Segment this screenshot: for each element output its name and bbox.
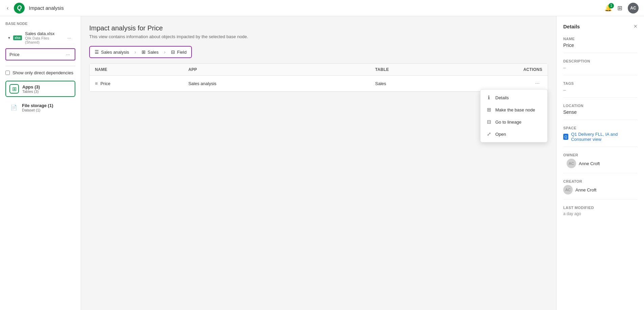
divider xyxy=(5,66,75,66)
row-app: Sales analysis xyxy=(188,81,375,86)
price-tag: Price ··· xyxy=(5,48,75,60)
context-menu: ℹ Details ⊞ Make the base node ⊟ Go to l… xyxy=(480,89,548,143)
detail-name-section: Name Price xyxy=(563,37,637,53)
apps-grid-button[interactable]: ⊞ xyxy=(617,4,622,12)
topbar-right: 🔔 1 ⊞ AC xyxy=(604,3,639,14)
details-title: Details xyxy=(563,24,580,29)
file-name: Sales data.xlsx xyxy=(25,31,63,36)
breadcrumb-sales-analysis[interactable]: ☰ Sales analysis xyxy=(90,47,134,57)
menu-item-open[interactable]: ⤢ Open xyxy=(480,128,547,140)
menu-item-lineage[interactable]: ⊟ Go to lineage xyxy=(480,116,547,128)
space-icon: Q xyxy=(563,134,568,140)
xlsx-icon: xlsx xyxy=(13,33,22,43)
file-storage-sub: Dataset (1) xyxy=(22,108,72,112)
menu-item-details[interactable]: ℹ Details xyxy=(480,92,547,104)
apps-info: Apps (3) Tables (3) xyxy=(22,84,71,94)
impact-analysis-title: Impact analysis for Price xyxy=(89,24,548,32)
description-label: Description xyxy=(563,59,637,63)
detail-last-modified-section: Last modified a day ago xyxy=(563,206,637,221)
expand-icon[interactable]: ▾ xyxy=(8,35,10,40)
detail-description-section: Description – xyxy=(563,59,637,75)
direct-deps-checkbox-row[interactable]: Show only direct dependencies xyxy=(5,70,75,75)
menu-item-open-label: Open xyxy=(495,132,506,137)
notification-badge: 1 xyxy=(609,3,614,8)
col-name: Name xyxy=(95,67,188,72)
tags-label: Tags xyxy=(563,81,637,85)
menu-item-details-label: Details xyxy=(495,95,509,100)
apps-name: Apps xyxy=(22,84,33,89)
price-label: Price xyxy=(9,52,20,57)
space-label: Space xyxy=(563,126,637,130)
row-name: ≡ Price xyxy=(95,81,188,86)
base-node-label: Base node xyxy=(5,22,75,26)
owner-label: Owner xyxy=(563,153,637,157)
description-value: – xyxy=(563,65,637,70)
space-row: Q Q1 Delivery FLL, IA and Consumer view xyxy=(563,132,637,142)
file-sub: Qlik Data Files (Shared) xyxy=(25,36,63,44)
breadcrumb-sep-2: › xyxy=(163,49,166,55)
creator-row: AC Anne Croft xyxy=(563,185,637,195)
tags-value: – xyxy=(563,87,637,93)
price-menu-button[interactable]: ··· xyxy=(65,51,71,58)
apps-dep-item[interactable]: ⊞ Apps (3) Tables (3) xyxy=(5,81,75,97)
space-icon-inner: Q xyxy=(565,135,567,139)
owner-row: → AC Anne Croft xyxy=(563,159,637,168)
row-field-icon: ≡ xyxy=(95,81,98,86)
creator-avatar: AC xyxy=(563,185,573,195)
qlik-logo: Q xyxy=(14,3,25,14)
qlik-q-icon: Q xyxy=(17,4,22,11)
sales-analysis-icon: ☰ xyxy=(95,49,99,55)
breadcrumb-sales[interactable]: ⊞ Sales xyxy=(137,47,164,57)
topbar: ‹ Q Impact analysis 🔔 1 ⊞ AC xyxy=(0,0,644,16)
space-name: Q1 Delivery FLL, IA and Consumer view xyxy=(571,132,637,142)
topbar-left: ‹ Q Impact analysis xyxy=(5,3,64,14)
file-node-menu-button[interactable]: ··· xyxy=(66,34,73,41)
direct-deps-label: Show only direct dependencies xyxy=(13,70,73,75)
direct-deps-checkbox[interactable] xyxy=(5,71,10,75)
file-storage-count: (1) xyxy=(48,103,53,108)
row-name-label: Price xyxy=(100,81,110,86)
base-node-icon: ⊞ xyxy=(486,107,492,113)
apps-grid-icon: ⊞ xyxy=(12,86,17,92)
creator-name: Anne Croft xyxy=(575,187,596,192)
detail-space-section: Space Q Q1 Delivery FLL, IA and Consumer… xyxy=(563,126,637,147)
location-label: Location xyxy=(563,104,637,108)
details-header: Details × xyxy=(563,23,637,30)
sidebar: Base node ▾ xlsx Sales data.xlsx Qlik Da… xyxy=(0,16,81,310)
row-actions-button[interactable]: ··· xyxy=(532,80,542,87)
open-icon: ⤢ xyxy=(486,131,492,137)
main-content: Impact analysis for Price This view cont… xyxy=(81,16,556,310)
file-storage-dep-item[interactable]: 📄 File storage (1) Dataset (1) xyxy=(5,100,75,115)
sales-icon: ⊞ xyxy=(142,49,146,55)
breadcrumb-sep-1: › xyxy=(134,49,137,55)
col-actions: Actions xyxy=(515,67,542,72)
row-table: Sales xyxy=(375,81,515,86)
apps-sub: Tables (3) xyxy=(22,89,71,94)
last-modified-value: a day ago xyxy=(563,211,637,216)
qlik-logo-circle: Q xyxy=(14,3,25,14)
field-icon: ⊟ xyxy=(171,49,175,55)
name-label: Name xyxy=(563,37,637,41)
detail-owner-section: Owner → AC Anne Croft xyxy=(563,153,637,173)
breadcrumb-sales-label: Sales xyxy=(148,50,159,55)
lineage-icon: ⊟ xyxy=(486,119,492,125)
owner-avatar: AC xyxy=(567,159,576,168)
file-storage-info: File storage (1) Dataset (1) xyxy=(22,103,72,112)
menu-item-lineage-label: Go to lineage xyxy=(495,120,521,125)
breadcrumb-field[interactable]: ⊟ Field xyxy=(166,47,191,57)
location-value: Sense xyxy=(563,109,637,115)
breadcrumb-sales-analysis-label: Sales analysis xyxy=(101,50,129,55)
breadcrumb: ☰ Sales analysis › ⊞ Sales › ⊟ Field xyxy=(89,46,192,58)
main-layout: Base node ▾ xlsx Sales data.xlsx Qlik Da… xyxy=(0,16,644,310)
menu-item-base-node[interactable]: ⊞ Make the base node xyxy=(480,104,547,116)
back-button[interactable]: ‹ xyxy=(5,4,10,12)
notifications-button[interactable]: 🔔 1 xyxy=(604,4,612,12)
table-header: Name App Table Actions xyxy=(90,64,548,76)
file-storage-icon: 📄 xyxy=(9,103,19,112)
detail-creator-section: Creator AC Anne Croft xyxy=(563,179,637,200)
details-panel: Details × Name Price Description – Tags … xyxy=(556,16,644,310)
user-avatar-button[interactable]: AC xyxy=(628,3,639,14)
close-button[interactable]: × xyxy=(634,23,637,30)
name-value: Price xyxy=(563,43,637,48)
file-icon-plain: 📄 xyxy=(10,104,17,111)
